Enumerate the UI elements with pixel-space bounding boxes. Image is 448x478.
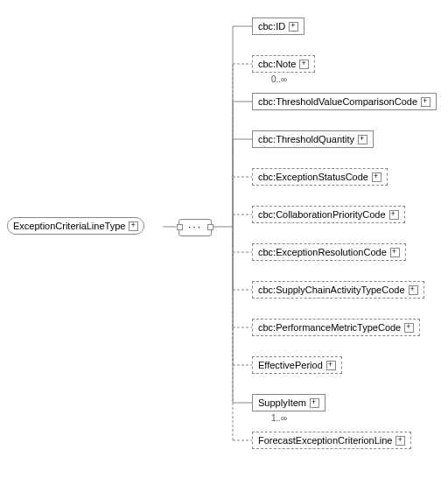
expand-icon[interactable] [421, 97, 430, 107]
child-label: cbc:CollaborationPriorityCode [258, 209, 386, 220]
child-element: cbc:Note [252, 55, 315, 73]
expand-icon[interactable] [409, 285, 418, 295]
expand-icon[interactable] [289, 22, 298, 32]
expand-icon[interactable] [299, 60, 309, 69]
child-element: ForecastExceptionCriterionLine [252, 432, 411, 449]
expand-icon[interactable] [129, 221, 138, 231]
child-label: cbc:ThresholdQuantity [258, 134, 354, 144]
root-type: ExceptionCriteriaLineType [7, 217, 144, 235]
child-label: cbc:ThresholdValueComparisonCode [258, 96, 417, 107]
root-label: ExceptionCriteriaLineType [13, 221, 125, 231]
child-label: cbc:PerformanceMetricTypeCode [258, 322, 401, 333]
child-element: cbc:ExceptionResolutionCode [252, 243, 406, 261]
child-element: cbc:SupplyChainActivityTypeCode [252, 281, 424, 299]
child-element: cbc:CollaborationPriorityCode [252, 206, 405, 223]
expand-icon[interactable] [396, 436, 405, 446]
expand-icon[interactable] [372, 172, 382, 182]
expand-icon[interactable] [390, 248, 400, 257]
expand-icon[interactable] [310, 398, 319, 408]
child-label: cbc:ExceptionResolutionCode [258, 247, 387, 257]
child-element: cbc:ThresholdQuantity [252, 130, 374, 148]
child-label: cbc:ID [258, 21, 285, 32]
expand-icon[interactable] [326, 361, 336, 370]
child-label: SupplyItem [258, 397, 306, 408]
child-label: EffectivePeriod [258, 360, 323, 370]
child-element: cbc:ID [252, 18, 304, 35]
expand-icon[interactable] [358, 135, 368, 144]
sequence-compositor [178, 219, 212, 236]
child-element: cbc:ExceptionStatusCode [252, 168, 388, 186]
child-element: SupplyItem [252, 394, 326, 411]
cardinality-label: 1..∞ [271, 413, 287, 423]
expand-icon[interactable] [404, 323, 414, 333]
child-element: EffectivePeriod [252, 356, 342, 374]
expand-icon[interactable] [389, 210, 399, 220]
child-label: cbc:ExceptionStatusCode [258, 172, 368, 182]
cardinality-label: 0..∞ [271, 74, 287, 84]
child-label: cbc:SupplyChainActivityTypeCode [258, 285, 405, 295]
child-label: cbc:Note [258, 59, 296, 69]
child-element: cbc:PerformanceMetricTypeCode [252, 319, 420, 336]
child-element: cbc:ThresholdValueComparisonCode [252, 93, 437, 110]
child-label: ForecastExceptionCriterionLine [258, 435, 392, 446]
